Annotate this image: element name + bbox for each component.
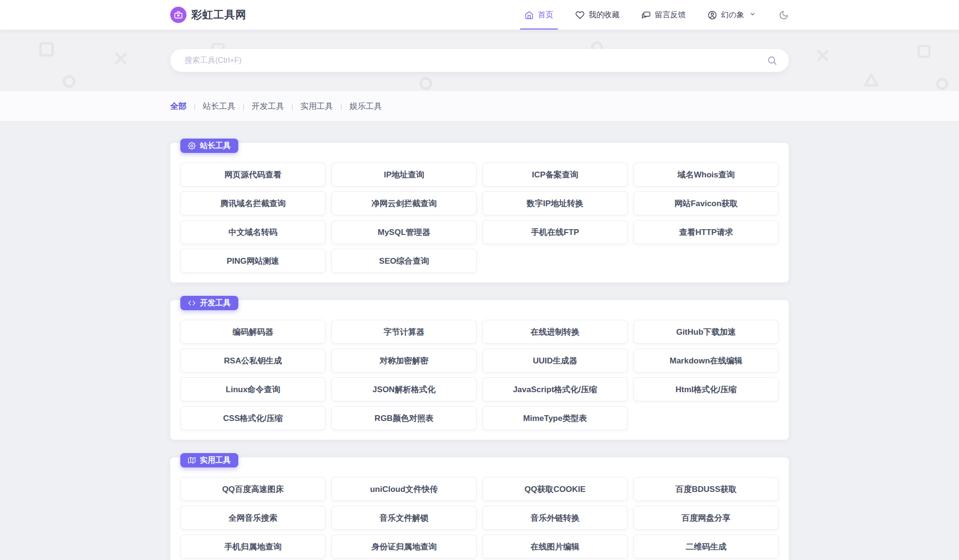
tool-button[interactable]: QQ获取COOKIE (482, 477, 628, 501)
nav-item-user-menu[interactable]: 幻の象 (708, 0, 756, 30)
heart-icon (575, 11, 585, 20)
tool-button[interactable]: 全网音乐搜索 (180, 506, 326, 530)
tool-button[interactable]: 在线进制转换 (482, 320, 628, 344)
tool-button[interactable]: 数字IP地址转换 (482, 191, 628, 215)
section-title: 站长工具 (200, 141, 231, 151)
search-section (0, 30, 959, 91)
theme-toggle-button[interactable] (779, 10, 789, 20)
tool-button[interactable]: 百度BDUSS获取 (633, 477, 779, 501)
tool-button[interactable]: JSON解析格式化 (331, 377, 477, 401)
tool-button[interactable]: 身份证归属地查询 (331, 535, 477, 559)
decor-circle-icon (418, 76, 433, 91)
tool-button[interactable]: 二维码生成 (633, 535, 779, 559)
tool-button[interactable]: 手机在线FTP (482, 220, 628, 244)
tool-button[interactable]: 编码解码器 (180, 320, 326, 344)
nav-item-feedback[interactable]: 留言反馈 (642, 0, 686, 30)
main-content: 站长工具网页源代码查看IP地址查询ICP备案查询域名Whois查询腾讯域名拦截查… (0, 121, 959, 560)
tool-button[interactable]: 对称加密解密 (331, 349, 477, 373)
tool-button[interactable]: CSS格式化/压缩 (180, 406, 326, 430)
tool-button[interactable]: ICP备案查询 (482, 163, 628, 187)
tool-button[interactable]: GitHub下载加速 (633, 320, 779, 344)
nav-label: 留言反馈 (655, 10, 686, 20)
tool-button[interactable]: 在线图片编辑 (482, 535, 628, 559)
section-title: 实用工具 (200, 455, 231, 466)
category-tab[interactable]: 娱乐工具 (350, 101, 382, 112)
tool-button[interactable]: RGB颜色对照表 (331, 406, 477, 430)
tool-button[interactable]: 百度网盘分享 (633, 506, 779, 530)
tool-button[interactable]: MimeType类型表 (482, 406, 628, 430)
tool-button[interactable]: uniCloud文件快传 (331, 477, 477, 501)
tool-button[interactable]: 网站Favicon获取 (633, 191, 779, 215)
nav-item-home[interactable]: 首页 (525, 0, 553, 30)
nav-item-favorites[interactable]: 我的收藏 (575, 0, 620, 30)
category-separator: | (292, 102, 293, 110)
site-title: 彩虹工具网 (191, 8, 246, 22)
tool-button[interactable]: IP地址查询 (331, 163, 477, 187)
section-badge: 实用工具 (180, 453, 238, 467)
category-filter-bar: 全部|站长工具|开发工具|实用工具|娱乐工具 (0, 91, 959, 121)
main-nav: 首页 我的收藏 留言反馈 幻 (503, 0, 789, 30)
decor-circle-icon (935, 77, 949, 91)
tool-button[interactable]: RSA公私钥生成 (180, 349, 326, 373)
category-separator: | (243, 102, 245, 110)
nav-label: 我的收藏 (589, 10, 620, 20)
tool-button[interactable]: 腾讯域名拦截查询 (180, 191, 326, 215)
tool-grid: 编码解码器字节计算器在线进制转换GitHub下载加速RSA公私钥生成对称加密解密… (180, 320, 779, 430)
tool-button[interactable]: PING网站测速 (180, 249, 326, 273)
tool-button[interactable]: QQ百度高速图床 (180, 477, 326, 501)
chevron-down-icon (749, 11, 756, 19)
decor-square-icon (38, 41, 55, 58)
decor-square-icon (917, 44, 931, 58)
section-title: 开发工具 (200, 298, 231, 308)
tool-button[interactable]: Markdown在线编辑 (633, 349, 779, 373)
decor-x-icon (113, 51, 129, 66)
code-icon (188, 299, 196, 307)
category-tab[interactable]: 开发工具 (252, 101, 284, 112)
search-bar (170, 49, 789, 72)
category-separator: | (340, 102, 342, 110)
magnifier-icon[interactable] (767, 55, 777, 66)
tool-button[interactable]: 音乐外链转换 (482, 506, 628, 530)
section-badge: 开发工具 (180, 296, 238, 310)
tool-button[interactable]: 音乐文件解锁 (331, 506, 477, 530)
map-icon (188, 456, 196, 464)
category-separator: | (194, 102, 196, 110)
category-tab[interactable]: 站长工具 (203, 101, 235, 112)
tool-button[interactable]: 查看HTTP请求 (633, 220, 779, 244)
tool-button[interactable]: JavaScript格式化/压缩 (482, 377, 628, 401)
tool-button[interactable]: 中文域名转码 (180, 220, 326, 244)
tool-button[interactable]: MySQL管理器 (331, 220, 477, 244)
tool-button[interactable]: 手机归属地查询 (180, 535, 326, 559)
category-tab[interactable]: 全部 (170, 101, 187, 112)
tool-button[interactable]: UUID生成器 (482, 349, 628, 373)
decor-circle-icon (61, 74, 77, 89)
tool-grid: 网页源代码查看IP地址查询ICP备案查询域名Whois查询腾讯域名拦截查询净网云… (180, 163, 779, 273)
decor-x-icon (815, 48, 830, 63)
category-tab[interactable]: 实用工具 (301, 101, 333, 112)
chat-icon (642, 11, 651, 20)
category-list: 全部|站长工具|开发工具|实用工具|娱乐工具 (170, 101, 789, 112)
tool-button[interactable]: Linux命令查询 (180, 377, 326, 401)
tool-section: 站长工具网页源代码查看IP地址查询ICP备案查询域名Whois查询腾讯域名拦截查… (170, 143, 789, 282)
search-input[interactable] (185, 56, 767, 65)
home-icon (525, 11, 534, 20)
tool-button[interactable]: 网页源代码查看 (180, 163, 326, 187)
tool-button[interactable]: Html格式化/压缩 (633, 377, 779, 401)
tool-section: 实用工具QQ百度高速图床uniCloud文件快传QQ获取COOKIE百度BDUS… (170, 457, 789, 560)
gear-icon (188, 142, 196, 150)
tool-button[interactable]: SEO综合查询 (331, 249, 477, 273)
tool-grid: QQ百度高速图床uniCloud文件快传QQ获取COOKIE百度BDUSS获取全… (180, 477, 779, 560)
nav-label: 首页 (538, 10, 553, 20)
brand-logo[interactable]: 彩虹工具网 (170, 7, 246, 23)
tool-button[interactable]: 域名Whois查询 (633, 163, 779, 187)
tool-button[interactable]: 字节计算器 (331, 320, 477, 344)
tool-button[interactable]: 净网云剑拦截查询 (331, 191, 477, 215)
nav-label: 幻の象 (721, 10, 744, 20)
decor-triangle-icon (863, 72, 879, 88)
tool-section: 开发工具编码解码器字节计算器在线进制转换GitHub下载加速RSA公私钥生成对称… (170, 300, 789, 440)
top-header: 彩虹工具网 首页 我的收藏 留言反馈 (0, 0, 959, 30)
toolbox-logo-icon (170, 7, 187, 23)
moon-icon (779, 10, 789, 20)
user-icon (708, 11, 717, 20)
section-badge: 站长工具 (180, 139, 238, 153)
